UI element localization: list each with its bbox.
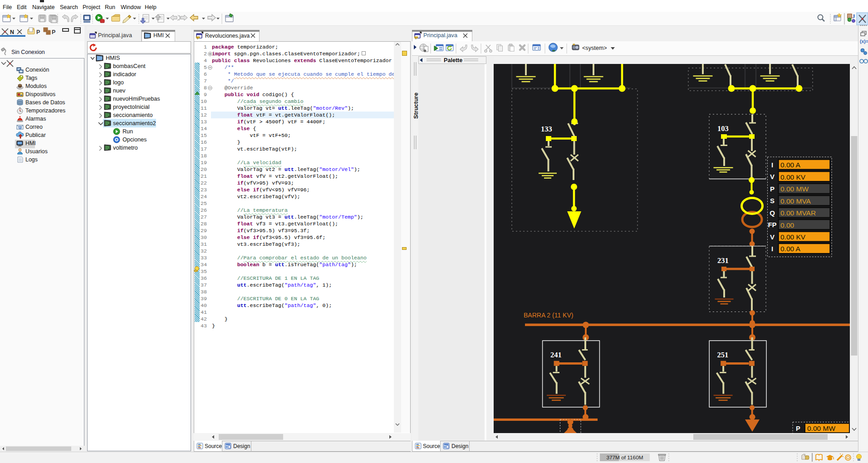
svg-text:Q: Q bbox=[770, 209, 775, 217]
svg-text:P: P bbox=[770, 185, 775, 193]
svg-text:0.00 MW: 0.00 MW bbox=[780, 185, 809, 193]
svg-text:241: 241 bbox=[550, 351, 562, 359]
svg-text:<system>: <system> bbox=[582, 45, 607, 51]
svg-text:V: V bbox=[770, 233, 775, 241]
svg-text:(x)=: (x)= bbox=[860, 39, 868, 44]
svg-text:377M of 1160M: 377M of 1160M bbox=[606, 454, 643, 461]
svg-text:0.00: 0.00 bbox=[780, 221, 794, 229]
svg-text:!: ! bbox=[197, 37, 198, 40]
svg-text:251: 251 bbox=[717, 351, 729, 359]
svg-text:0.00 MVAR: 0.00 MVAR bbox=[780, 209, 816, 217]
svg-text:I: I bbox=[771, 245, 773, 253]
svg-text:!: ! bbox=[415, 37, 416, 40]
svg-text:P: P bbox=[52, 29, 55, 35]
svg-text:@: @ bbox=[19, 127, 22, 129]
svg-text:FP: FP bbox=[768, 221, 776, 229]
svg-text:0.00 A: 0.00 A bbox=[780, 245, 801, 253]
svg-text:S: S bbox=[770, 197, 775, 205]
svg-text:P: P bbox=[36, 29, 40, 35]
svg-text:0.00 MVA: 0.00 MVA bbox=[780, 197, 811, 205]
svg-text:BARRA 2 (11 KV): BARRA 2 (11 KV) bbox=[524, 312, 573, 319]
svg-text:103: 103 bbox=[717, 124, 729, 133]
svg-text:133: 133 bbox=[541, 125, 552, 133]
svg-text:0.00 A: 0.00 A bbox=[780, 161, 801, 169]
svg-text:0.00 KV: 0.00 KV bbox=[780, 233, 806, 241]
svg-text:0.00 MW: 0.00 MW bbox=[807, 424, 835, 432]
svg-text:I: I bbox=[771, 161, 773, 169]
svg-text:0.00 KV: 0.00 KV bbox=[780, 173, 806, 181]
svg-text:P: P bbox=[796, 425, 800, 432]
svg-text:Palette: Palette bbox=[444, 57, 462, 63]
svg-text:V: V bbox=[770, 173, 775, 180]
svg-text:N: N bbox=[10, 29, 14, 35]
svg-text:231: 231 bbox=[717, 256, 729, 265]
svg-text:J: J bbox=[852, 13, 855, 19]
